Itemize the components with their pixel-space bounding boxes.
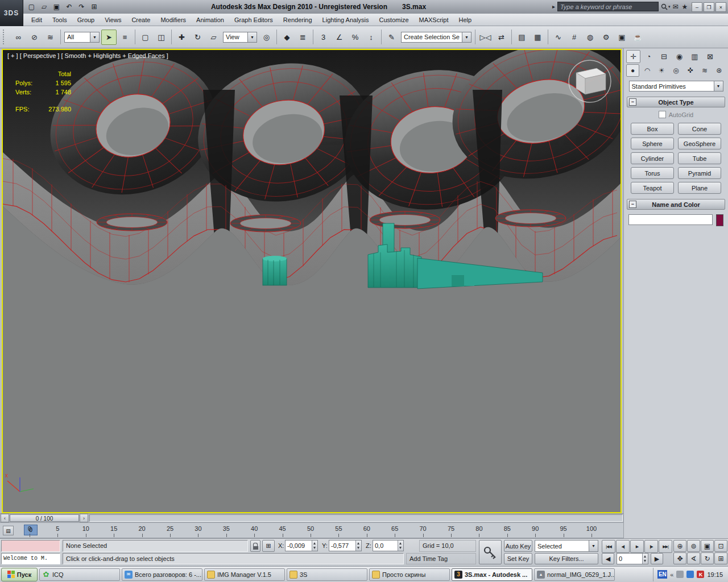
rendered-frame-window-icon[interactable]: ▣: [614, 30, 630, 45]
menu-maxscript[interactable]: MAXScript: [414, 15, 454, 25]
mini-curve-editor-button[interactable]: ▤: [3, 526, 14, 535]
save-file-button[interactable]: ▣: [51, 2, 62, 11]
render-production-icon[interactable]: ☕: [630, 30, 646, 45]
lock-selection-toggle[interactable]: [250, 540, 260, 552]
selection-filter-dropdown[interactable]: All▼: [64, 32, 100, 43]
z-spinner[interactable]: [398, 541, 403, 551]
x-spinner[interactable]: [312, 541, 317, 551]
close-button[interactable]: ×: [715, 2, 726, 12]
key-mode-dropdown[interactable]: Selected▼: [535, 540, 598, 552]
tray-icon-antivirus[interactable]: K: [697, 571, 704, 578]
time-slider-track[interactable]: [89, 514, 623, 522]
zoom-extents-button[interactable]: ▣: [701, 540, 714, 552]
go-to-start-button[interactable]: |◀◀: [602, 540, 615, 553]
name-color-rollout[interactable]: − Name and Color: [627, 199, 725, 210]
display-tab[interactable]: ▥: [688, 50, 702, 63]
object-color-swatch[interactable]: [716, 214, 723, 226]
track-bar[interactable]: ▤ 0 051015202530354045505560657075808590…: [0, 522, 623, 538]
select-and-scale-icon[interactable]: ▱: [206, 30, 221, 45]
create-tab[interactable]: ✛: [626, 50, 640, 63]
window-crossing-toggle-icon[interactable]: ◫: [154, 30, 169, 45]
object-type-teapot[interactable]: Teapot: [631, 182, 674, 194]
select-by-name-icon[interactable]: ≡: [117, 30, 133, 45]
geometry-category[interactable]: ●: [626, 64, 639, 77]
object-type-pyramid[interactable]: Pyramid: [678, 167, 721, 179]
zoom-region-button[interactable]: ⊡: [714, 540, 727, 552]
lights-category[interactable]: ☀: [655, 64, 668, 77]
minimize-button[interactable]: –: [692, 2, 702, 12]
material-editor-icon[interactable]: ◍: [582, 30, 598, 45]
zoom-button[interactable]: ⊕: [673, 540, 686, 552]
object-type-cone[interactable]: Cone: [678, 123, 721, 135]
keyboard-shortcut-override-icon[interactable]: ≣: [295, 30, 311, 45]
object-name-input[interactable]: [628, 214, 713, 225]
set-keys-button[interactable]: [479, 540, 502, 564]
next-key-button[interactable]: ▶: [651, 553, 663, 564]
app-logo[interactable]: 3DS: [0, 0, 23, 26]
object-type-cylinder[interactable]: Cylinder: [631, 152, 674, 164]
maxscript-mini-recorder[interactable]: [1, 540, 60, 552]
object-type-tube[interactable]: Tube: [678, 152, 721, 164]
helpers-category[interactable]: ✜: [684, 64, 697, 77]
object-type-sphere[interactable]: Sphere: [631, 138, 674, 149]
object-type-geosphere[interactable]: GeoSphere: [678, 138, 721, 149]
task-button[interactable]: IMG Manager V.1.5: [204, 568, 285, 581]
frame-spinner[interactable]: [642, 554, 648, 564]
menu-rendering[interactable]: Rendering: [278, 15, 317, 25]
use-pivot-point-center-icon[interactable]: ◎: [259, 30, 274, 45]
tray-icon-volume[interactable]: [676, 571, 684, 578]
next-frame-button[interactable]: |▶: [644, 540, 658, 553]
new-scene-button[interactable]: ▢: [26, 2, 37, 11]
orbit-button[interactable]: ↻: [701, 552, 714, 564]
zoom-all-button[interactable]: ⊚: [687, 540, 700, 552]
select-and-link-icon[interactable]: ∞: [11, 30, 26, 45]
toolbar-grip[interactable]: [3, 30, 8, 44]
play-button[interactable]: ▶: [630, 540, 644, 553]
previous-key-button[interactable]: ◀: [602, 553, 614, 564]
maximize-viewport-button[interactable]: ⊞: [714, 552, 727, 564]
restore-button[interactable]: ❐: [704, 2, 714, 12]
perspective-viewport[interactable]: x [ + ] [ Perspective ] [ Smooth + Highl…: [2, 49, 622, 513]
object-type-torus[interactable]: Torus: [631, 167, 674, 179]
edit-named-selection-sets-icon[interactable]: ✎: [384, 30, 399, 45]
y-spinner[interactable]: [355, 541, 361, 551]
modify-tab[interactable]: ◔: [642, 50, 656, 63]
render-setup-icon[interactable]: ⚙: [598, 30, 614, 45]
search-icon[interactable]: ▾: [661, 3, 671, 10]
previous-frame-button[interactable]: ◀|: [616, 540, 630, 553]
hierarchy-tab[interactable]: ⊟: [657, 50, 671, 63]
infocenter-search-input[interactable]: [557, 2, 659, 11]
spinner-snap-toggle-icon[interactable]: ↕: [363, 30, 379, 45]
auto-key-button[interactable]: Auto Key: [504, 540, 532, 552]
redo-button[interactable]: ↷: [76, 2, 87, 11]
angle-snap-toggle-icon[interactable]: ∠: [332, 30, 347, 45]
search-go-icon[interactable]: ▸: [552, 3, 555, 10]
menu-customize[interactable]: Customize: [374, 15, 414, 25]
task-button[interactable]: ▴normal_IMG_0529_1.J...: [534, 568, 615, 581]
bind-to-space-warp-icon[interactable]: ≋: [43, 30, 58, 45]
named-selection-sets-dropdown[interactable]: Create Selection Se▼: [401, 32, 471, 43]
shapes-category[interactable]: ◠: [640, 64, 653, 77]
select-and-manipulate-icon[interactable]: ◆: [279, 30, 295, 45]
time-slider-handle[interactable]: 0 / 100: [10, 514, 79, 522]
mirror-icon[interactable]: ▷◁: [478, 30, 493, 45]
object-type-plane[interactable]: Plane: [678, 182, 721, 194]
menu-tools[interactable]: Tools: [47, 15, 72, 25]
menu-help[interactable]: Help: [454, 15, 477, 25]
rectangular-selection-region-icon[interactable]: ▢: [138, 30, 153, 45]
absolute-mode-toggle[interactable]: ⊞: [262, 540, 275, 552]
viewport-3d-scene[interactable]: x: [3, 50, 621, 512]
start-button[interactable]: Пуск: [1, 568, 38, 581]
menu-modifiers[interactable]: Modifiers: [155, 15, 191, 25]
task-button[interactable]: 3S: [287, 568, 367, 581]
layer-manager-icon[interactable]: ▤: [514, 30, 530, 45]
menu-group[interactable]: Group: [72, 15, 100, 25]
select-object-icon[interactable]: ➤: [101, 30, 117, 45]
previous-frame-arrow[interactable]: ‹: [1, 514, 9, 522]
align-icon[interactable]: ⇄: [494, 30, 509, 45]
systems-category[interactable]: ⊛: [713, 64, 726, 77]
menu-edit[interactable]: Edit: [26, 15, 47, 25]
graphite-modeling-tools-icon[interactable]: ▦: [530, 30, 545, 45]
select-and-rotate-icon[interactable]: ↻: [190, 30, 205, 45]
schematic-view-icon[interactable]: #: [566, 30, 582, 45]
